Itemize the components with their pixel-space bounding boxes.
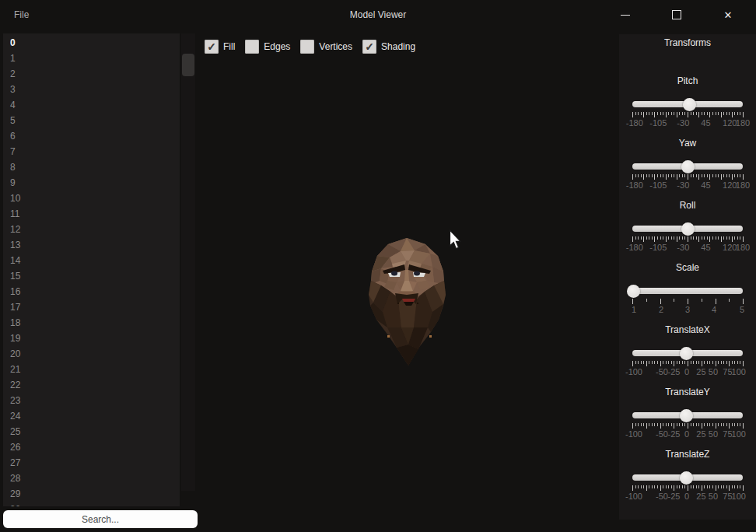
list-item[interactable]: 18 (3, 315, 180, 331)
list-scrollbar[interactable] (181, 33, 195, 491)
list-item[interactable]: 0 (3, 35, 180, 51)
list-item[interactable]: 24 (3, 408, 180, 424)
slider-thumb[interactable] (680, 471, 693, 485)
list-item[interactable]: 28 (3, 471, 180, 486)
slider-tick-labels: -100-50-250255075100 (632, 492, 743, 502)
list-item[interactable]: 16 (3, 284, 180, 299)
app-window: File Model Viewer ✕ 01234567891011121314… (0, 0, 756, 532)
slider-thumb[interactable] (680, 347, 693, 360)
slider-translatex[interactable] (632, 347, 743, 360)
maximize-button[interactable] (664, 3, 689, 26)
slider-thumb[interactable] (681, 160, 695, 173)
list-item[interactable]: 17 (3, 299, 180, 315)
list-item[interactable]: 5 (3, 113, 180, 128)
slider-thumb[interactable] (680, 409, 693, 422)
slider-roll[interactable] (632, 222, 743, 236)
list-item[interactable]: 26 (3, 439, 180, 455)
slider-group-translatex: TranslateX-100-50-250255075100 (619, 322, 756, 384)
list-item[interactable]: 19 (3, 331, 180, 346)
slider-group-pitch: Pitch-180-105-3045120180 (619, 73, 756, 135)
slider-ticks (632, 112, 743, 118)
slider-group-yaw: Yaw-180-105-3045120180 (619, 135, 756, 198)
slider-ticks (632, 299, 743, 305)
list-item[interactable]: 2 (3, 66, 180, 82)
viewport-canvas[interactable] (198, 33, 619, 532)
list-item[interactable]: 6 (3, 128, 180, 144)
list-scrollbar-thumb[interactable] (182, 54, 194, 76)
slider-label: Roll (619, 200, 756, 212)
model-head (364, 236, 451, 368)
slider-group-roll: Roll-180-105-3045120180 (619, 198, 756, 260)
slider-translatez[interactable] (632, 471, 743, 485)
minimize-icon (621, 15, 630, 16)
slider-thumb[interactable] (681, 222, 695, 236)
list-item[interactable]: 15 (3, 268, 180, 284)
slider-tick-labels: -100-50-250255075100 (632, 367, 743, 377)
slider-pitch[interactable] (632, 98, 743, 111)
slider-label: TranslateZ (619, 449, 756, 460)
slider-thumb[interactable] (627, 285, 640, 298)
list-item[interactable]: 21 (3, 362, 180, 377)
list-item[interactable]: 7 (3, 144, 180, 159)
mouse-cursor-icon (449, 229, 462, 250)
list-item[interactable]: 8 (3, 159, 180, 175)
close-icon: ✕ (724, 10, 733, 20)
transforms-panel: Transforms Pitch-180-105-3045120180Yaw-1… (619, 34, 756, 520)
list-item[interactable]: 29 (3, 486, 180, 502)
list-item[interactable]: 13 (3, 237, 180, 253)
list-item[interactable]: 3 (3, 82, 180, 97)
list-item[interactable]: 30 (3, 502, 180, 506)
list-item[interactable]: 23 (3, 393, 180, 408)
slider-tick-labels: -180-105-3045120180 (632, 243, 743, 253)
list-item[interactable]: 27 (3, 455, 180, 471)
search-input[interactable] (3, 510, 198, 528)
slider-group-translatez: TranslateZ-100-50-250255075100 (619, 446, 756, 509)
slider-ticks (632, 236, 743, 243)
slider-track[interactable] (632, 288, 743, 294)
slider-tick-labels: 12345 (632, 305, 743, 315)
list-item[interactable]: 10 (3, 191, 180, 206)
list-item[interactable]: 9 (3, 175, 180, 191)
slider-ticks (632, 485, 743, 492)
slider-thumb[interactable] (683, 98, 696, 111)
maximize-icon (672, 10, 681, 19)
slider-scale[interactable] (632, 285, 743, 298)
model-list[interactable]: 0123456789101112131415161718192021222324… (3, 33, 180, 506)
slider-ticks (632, 174, 743, 180)
slider-label: Pitch (619, 75, 756, 87)
list-item[interactable]: 1 (3, 51, 180, 66)
slider-label: Yaw (619, 138, 756, 149)
slider-ticks (632, 361, 743, 367)
slider-tick-labels: -180-105-3045120180 (632, 180, 743, 191)
slider-translatey[interactable] (632, 409, 743, 422)
transforms-title: Transforms (619, 37, 756, 48)
list-item[interactable]: 4 (3, 97, 180, 113)
list-item[interactable]: 11 (3, 206, 180, 222)
list-item[interactable]: 14 (3, 253, 180, 268)
slider-tick-labels: -180-105-3045120180 (632, 118, 743, 128)
slider-group-scale: Scale12345 (619, 260, 756, 322)
slider-yaw[interactable] (632, 160, 743, 173)
minimize-button[interactable] (613, 3, 638, 26)
slider-ticks (632, 423, 743, 429)
window-title: Model Viewer (0, 9, 756, 20)
slider-label: Scale (619, 262, 756, 274)
slider-label: TranslateX (619, 324, 756, 336)
slider-tick-labels: -100-50-250255075100 (632, 429, 743, 439)
slider-label: TranslateY (619, 387, 756, 398)
close-button[interactable]: ✕ (716, 3, 740, 26)
list-item[interactable]: 12 (3, 222, 180, 237)
slider-group-translatey: TranslateY-100-50-250255075100 (619, 384, 756, 446)
list-item[interactable]: 20 (3, 346, 180, 362)
list-item[interactable]: 22 (3, 377, 180, 393)
list-item[interactable]: 25 (3, 424, 180, 439)
